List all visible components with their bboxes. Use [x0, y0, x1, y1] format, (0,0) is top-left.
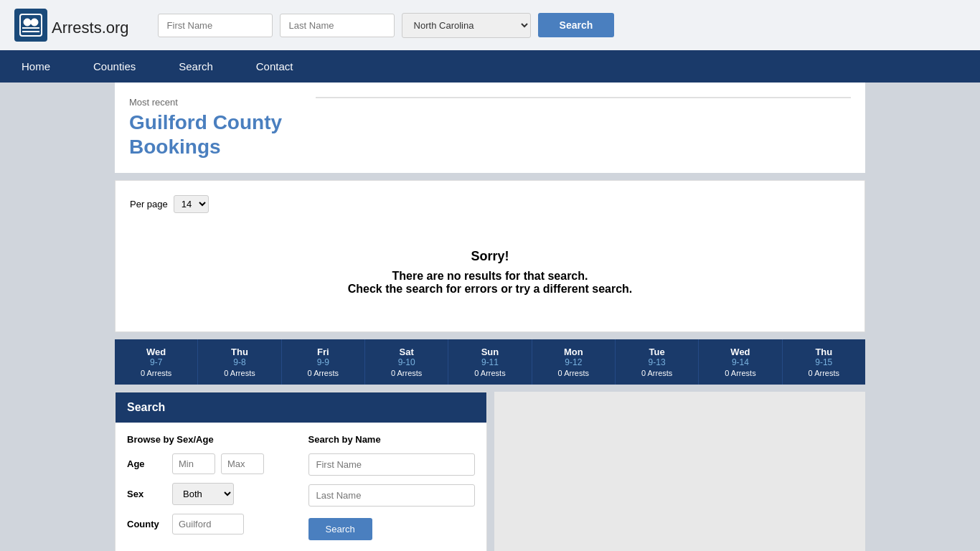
age-label: Age: [127, 458, 166, 469]
browse-title: Browse by Sex/Age: [127, 434, 294, 445]
nav-counties[interactable]: Counties: [72, 50, 157, 83]
day-arrests: 0 Arrests: [786, 369, 862, 377]
day-date[interactable]: 9-9: [285, 357, 362, 367]
logo-icon: [14, 9, 47, 42]
search-first-name-input[interactable]: [308, 453, 476, 476]
day-date[interactable]: 9-14: [702, 357, 778, 367]
day-item: Mon 9-12 0 Arrests: [532, 339, 616, 385]
top-white-area: Most recent Guilford County Bookings: [115, 83, 865, 173]
day-date[interactable]: 9-15: [786, 357, 862, 367]
day-name: Wed: [118, 347, 194, 357]
right-content: [301, 83, 865, 173]
svg-point-2: [31, 19, 38, 26]
day-arrests: 0 Arrests: [201, 369, 278, 377]
nav-home[interactable]: Home: [0, 50, 72, 83]
county-title: Guilford County Bookings: [129, 110, 287, 159]
search-last-name-input[interactable]: [308, 484, 476, 507]
day-item: Tue 9-13 0 Arrests: [616, 339, 699, 385]
day-item: Fri 9-9 0 Arrests: [282, 339, 365, 385]
state-select[interactable]: North Carolina: [402, 13, 531, 38]
age-row: Age: [127, 453, 294, 474]
logo-arrests: Arrests: [52, 19, 102, 37]
sidebar-content: Most recent Guilford County Bookings: [115, 83, 865, 173]
page-wrapper: Arrests.org North Carolina Search Home C…: [0, 0, 980, 551]
search-section-wrapper: Search Browse by Sex/Age Age Sex: [115, 392, 865, 551]
svg-rect-0: [20, 14, 42, 36]
most-recent-label: Most recent: [129, 97, 287, 108]
day-name: Wed: [702, 347, 778, 357]
main-container: Most recent Guilford County Bookings Per…: [0, 83, 980, 551]
left-sidebar: Most recent Guilford County Bookings: [115, 83, 301, 173]
day-name: Sun: [451, 347, 528, 357]
divider-line: [316, 97, 851, 98]
day-arrests: 0 Arrests: [618, 369, 695, 377]
no-results-title: Sorry!: [144, 249, 836, 264]
day-arrests: 0 Arrests: [451, 369, 528, 377]
header-inputs: North Carolina Search: [158, 13, 966, 38]
day-name: Sat: [368, 347, 445, 357]
day-arrests: 0 Arrests: [535, 369, 612, 377]
logo-text: Arrests.org: [52, 12, 129, 39]
day-date[interactable]: 9-7: [118, 357, 194, 367]
header-first-name-input[interactable]: [158, 14, 273, 37]
sex-label: Sex: [127, 489, 166, 499]
search-panel-header: Search: [116, 392, 486, 423]
day-item: Thu 9-15 0 Arrests: [783, 339, 865, 385]
header-search-button[interactable]: Search: [538, 13, 615, 37]
svg-rect-3: [22, 27, 39, 29]
day-date[interactable]: 9-11: [451, 357, 528, 367]
day-name: Tue: [618, 347, 695, 357]
svg-rect-4: [22, 31, 39, 32]
day-item: Wed 9-14 0 Arrests: [699, 339, 782, 385]
days-bar: Wed 9-7 0 Arrests Thu 9-8 0 Arrests Fri …: [115, 339, 865, 385]
age-min-input[interactable]: [172, 453, 215, 474]
nav: Home Counties Search Contact: [0, 50, 980, 83]
day-arrests: 0 Arrests: [118, 369, 194, 377]
age-max-input[interactable]: [221, 453, 264, 474]
day-item: Wed 9-7 0 Arrests: [115, 339, 198, 385]
name-title: Search by Name: [308, 434, 476, 445]
nav-search[interactable]: Search: [157, 50, 235, 83]
search-submit-row: Search: [308, 515, 476, 540]
no-results-line2: Check the search for errors or try a dif…: [144, 283, 836, 296]
day-name: Fri: [285, 347, 362, 357]
browse-section: Browse by Sex/Age Age Sex Both Male Fema: [127, 434, 294, 549]
first-name-row: [308, 453, 476, 476]
logo-suffix: .org: [102, 19, 129, 37]
per-page-label: Per page: [130, 199, 168, 209]
day-item: Sat 9-10 0 Arrests: [365, 339, 448, 385]
search-panel: Search Browse by Sex/Age Age Sex: [115, 392, 487, 551]
nav-contact[interactable]: Contact: [235, 50, 315, 83]
day-date[interactable]: 9-13: [618, 357, 695, 367]
logo[interactable]: Arrests.org: [14, 9, 129, 42]
day-date[interactable]: 9-10: [368, 357, 445, 367]
per-page-row: Per page 14 25 50: [130, 195, 850, 213]
right-ad-area: [494, 392, 865, 551]
header-last-name-input[interactable]: [280, 14, 395, 37]
day-name: Thu: [201, 347, 278, 357]
day-date[interactable]: 9-8: [201, 357, 278, 367]
no-results-line1: There are no results for that search.: [144, 270, 836, 283]
no-results: Sorry! There are no results for that sea…: [130, 227, 850, 317]
day-item: Sun 9-11 0 Arrests: [448, 339, 532, 385]
day-date[interactable]: 9-12: [535, 357, 612, 367]
name-section: Search by Name Search: [308, 434, 476, 549]
day-arrests: 0 Arrests: [368, 369, 445, 377]
county-row: County: [127, 514, 294, 534]
day-arrests: 0 Arrests: [285, 369, 362, 377]
last-name-row: [308, 484, 476, 507]
svg-point-1: [24, 19, 31, 26]
county-label: County: [127, 519, 166, 529]
search-submit-button[interactable]: Search: [308, 518, 372, 540]
results-box: Per page 14 25 50 Sorry! There are no re…: [115, 180, 865, 332]
search-panel-body: Browse by Sex/Age Age Sex Both Male Fema: [116, 423, 486, 551]
per-page-select[interactable]: 14 25 50: [174, 195, 209, 213]
header: Arrests.org North Carolina Search: [0, 0, 980, 50]
day-arrests: 0 Arrests: [702, 369, 778, 377]
sex-row: Sex Both Male Female: [127, 483, 294, 505]
day-item: Thu 9-8 0 Arrests: [198, 339, 281, 385]
day-name: Mon: [535, 347, 612, 357]
day-name: Thu: [786, 347, 862, 357]
sex-select[interactable]: Both Male Female: [172, 483, 234, 505]
county-input[interactable]: [172, 514, 244, 534]
